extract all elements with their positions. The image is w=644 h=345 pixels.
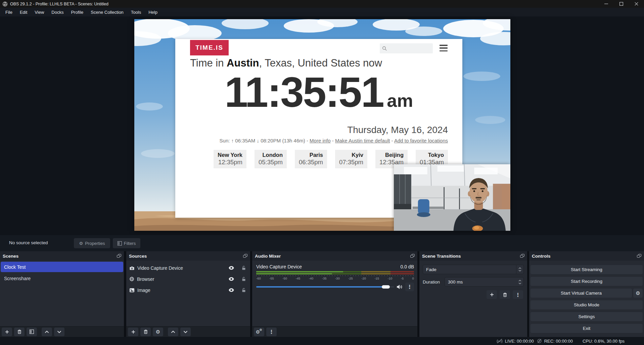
remove-source-button[interactable] <box>140 328 151 336</box>
volume-slider-handle[interactable] <box>382 285 390 289</box>
settings-button[interactable]: Settings <box>531 312 643 321</box>
popout-icon[interactable] <box>117 254 121 258</box>
filters-button[interactable]: Filters <box>113 238 140 248</box>
gear-icon: ⚙ <box>79 241 83 246</box>
make-default-link[interactable]: Make Austin time default <box>335 138 390 143</box>
transition-select[interactable]: Fade <box>423 265 524 274</box>
source-item-browser[interactable]: Browser <box>126 274 250 284</box>
source-toolbar: No source selected ⚙ Properties Filters <box>0 235 644 251</box>
select-arrows-icon <box>516 265 523 274</box>
gear-icon: ⚙ <box>636 291 640 296</box>
start-streaming-button[interactable]: Start Streaming <box>531 265 643 274</box>
city-card-paris[interactable]: Paris 06:35pm <box>295 150 327 168</box>
scene-item-screenshare[interactable]: Screenshare <box>1 273 123 284</box>
duration-spinbox[interactable]: 300 ms <box>445 277 524 287</box>
live-status: LIVE: 00:00:00 <box>497 339 534 344</box>
clock-meridiem: am <box>387 90 413 111</box>
add-scene-button[interactable] <box>2 328 12 336</box>
city-name: Tokyo <box>420 152 444 158</box>
tick-label: -10 <box>388 276 393 280</box>
lock-icon[interactable] <box>242 288 246 292</box>
digital-clock: 11:35:51am <box>175 71 462 114</box>
source-properties-button[interactable]: ⚙ <box>153 328 163 336</box>
selected-source-status: No source selected <box>9 240 48 245</box>
menu-help[interactable]: Help <box>145 8 161 16</box>
studio-mode-button[interactable]: Studio Mode <box>531 300 643 309</box>
gears-icon: ⚙⚙ <box>256 329 263 335</box>
broadcast-off-icon <box>497 339 503 343</box>
close-button[interactable] <box>629 0 644 8</box>
menu-scene-collection[interactable]: Scene Collection <box>87 8 127 16</box>
popout-icon[interactable] <box>520 254 524 258</box>
add-favorite-link[interactable]: Add to favorite locations <box>394 138 448 143</box>
city-card-kyiv[interactable]: Kyiv 07:35pm <box>335 150 367 168</box>
lock-icon[interactable] <box>242 266 246 270</box>
maximize-button[interactable] <box>614 0 629 8</box>
scene-item-clock-test[interactable]: Clock Test <box>1 262 123 272</box>
hamburger-menu-icon[interactable] <box>440 45 448 51</box>
city-card-new-york[interactable]: New York 12:35pm <box>214 150 246 168</box>
properties-button[interactable]: ⚙ Properties <box>74 238 110 248</box>
city-name: Kyiv <box>339 152 363 158</box>
visibility-eye-icon[interactable] <box>229 288 234 292</box>
add-transition-button[interactable] <box>487 290 497 299</box>
speaker-icon[interactable] <box>397 285 403 289</box>
remove-transition-button[interactable] <box>500 290 510 299</box>
obs-main-window: OBS 29.1.2 - Profile: LLHLS BETA - Scene… <box>0 0 644 345</box>
advanced-audio-button[interactable]: ⚙⚙ <box>254 328 264 336</box>
transition-options-button[interactable]: ⋮ <box>513 290 523 299</box>
meter-scale: -60 -55 -50 -45 -40 -35 -30 -25 -20 -15 … <box>256 276 414 280</box>
city-time: 07:35pm <box>339 159 363 166</box>
webcam-video-source[interactable] <box>394 164 510 231</box>
mixer-options-button[interactable]: ⋮ <box>266 328 277 336</box>
move-source-up-button[interactable] <box>168 328 178 336</box>
mixer-channel-options-button[interactable]: ⋮ <box>405 283 414 291</box>
source-label: Browser <box>137 276 226 282</box>
volume-meter: -60 -55 -50 -45 -40 -35 -30 -25 -20 -15 … <box>256 271 414 280</box>
move-source-down-button[interactable] <box>180 328 191 336</box>
separator: - <box>305 138 310 143</box>
timeis-logo[interactable]: TIME.IS <box>190 40 229 55</box>
source-item-video-capture[interactable]: Video Capture Device <box>126 263 250 273</box>
volume-slider[interactable] <box>256 286 394 288</box>
popout-icon[interactable] <box>410 254 415 258</box>
spinbox-arrows-icon[interactable] <box>516 280 523 284</box>
move-scene-up-button[interactable] <box>42 328 52 336</box>
search-input[interactable] <box>380 43 433 53</box>
cpu-fps-status: CPU: 0.6%, 30.00 fps <box>583 339 625 344</box>
menu-docks[interactable]: Docks <box>48 8 67 16</box>
mixer-body: Video Capture Device 0.0 dB -60 -55 -50 … <box>252 261 417 326</box>
scene-canvas[interactable]: TIME.IS Time in Austin, Texas, United St… <box>134 19 510 231</box>
start-virtual-camera-button[interactable]: Start Virtual Camera <box>531 289 632 298</box>
menu-profile[interactable]: Profile <box>67 8 87 16</box>
popout-icon[interactable] <box>637 254 641 258</box>
remove-scene-button[interactable] <box>14 328 25 336</box>
heading-city: Austin <box>227 57 259 69</box>
city-name: New York <box>218 152 242 158</box>
globe-icon <box>130 277 134 281</box>
visibility-eye-icon[interactable] <box>229 277 234 281</box>
scenes-list: Clock Test Screenshare <box>0 261 124 326</box>
window-controls <box>599 0 644 8</box>
visibility-eye-icon[interactable] <box>229 266 234 270</box>
more-info-link[interactable]: More info <box>310 138 331 143</box>
menu-view[interactable]: View <box>31 8 48 16</box>
source-label: Image <box>137 288 226 293</box>
menu-edit[interactable]: Edit <box>16 8 31 16</box>
minimize-button[interactable] <box>599 0 614 8</box>
scene-filters-button[interactable] <box>27 328 37 336</box>
add-source-button[interactable] <box>128 328 138 336</box>
heading-prefix: Time in <box>190 57 227 69</box>
popout-icon[interactable] <box>243 254 247 258</box>
lock-icon[interactable] <box>242 277 246 281</box>
city-card-london[interactable]: London 05:35pm <box>255 150 287 168</box>
menu-tools[interactable]: Tools <box>127 8 145 16</box>
virtual-camera-settings-button[interactable]: ⚙ <box>633 289 643 298</box>
start-recording-button[interactable]: Start Recording <box>531 277 643 286</box>
move-scene-down-button[interactable] <box>54 328 64 336</box>
live-time: LIVE: 00:00:00 <box>505 339 534 344</box>
exit-button[interactable]: Exit <box>531 324 643 333</box>
source-item-image[interactable]: Image <box>126 285 250 295</box>
menu-file[interactable]: File <box>2 8 16 16</box>
image-icon <box>130 288 134 292</box>
